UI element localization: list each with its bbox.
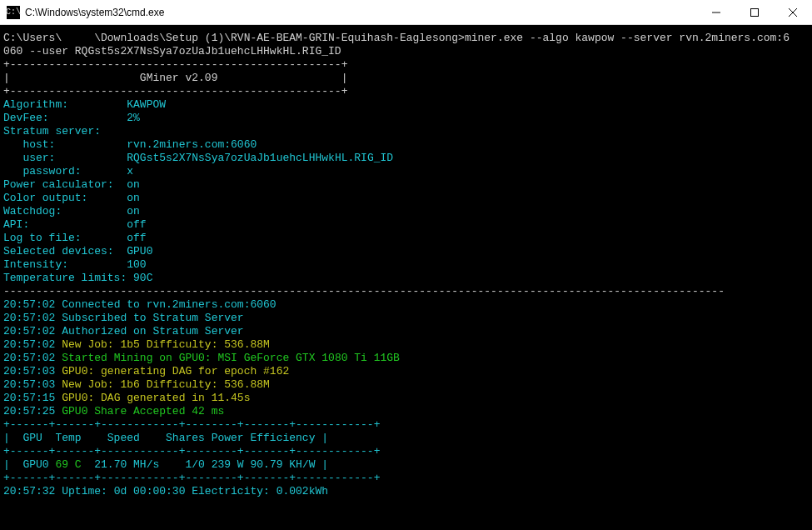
banner-border: +---------------------------------------… <box>3 85 347 98</box>
stats-row-pre: | GPU0 <box>3 458 55 471</box>
log-timestamp: 20:57:02 <box>3 325 55 338</box>
config-devfee-label: DevFee: <box>3 112 127 124</box>
config-watchdog-label: Watchdog: <box>3 205 127 218</box>
window-titlebar: C:\ C:\Windows\system32\cmd.exe <box>0 0 812 25</box>
config-color-value: on <box>127 192 140 204</box>
config-api-label: API: <box>3 218 127 231</box>
config-api-value: off <box>127 218 146 231</box>
config-log-label: Log to file: <box>3 232 127 244</box>
config-user-value: RQGst5s2X7NsSya7ozUaJb1uehcLHHwkHL.RIG_I… <box>127 152 393 164</box>
minimize-button[interactable] <box>697 0 735 24</box>
config-devfee-value: 2% <box>127 112 140 124</box>
config-password-label: password: <box>3 165 127 178</box>
status-msg: Uptime: 0d 00:00:30 Electricity: 0.002kW… <box>55 485 328 498</box>
log-timestamp: 20:57:02 <box>3 338 55 351</box>
status-ts: 20:57:32 <box>3 485 55 498</box>
log-message: New Job: 1b5 Difficulty: 536.88M <box>55 338 269 351</box>
stats-row-post: 21.70 MH/s 1/0 239 W 90.79 KH/W | <box>82 458 328 471</box>
banner-title: | GMiner v2.09 | <box>3 72 347 84</box>
maximize-button[interactable] <box>735 0 774 24</box>
log-timestamp: 20:57:15 <box>3 392 55 404</box>
config-host-value: rvn.2miners.com:6060 <box>127 138 257 151</box>
config-temp-value: 90C <box>127 272 152 284</box>
log-timestamp: 20:57:02 <box>3 312 55 324</box>
log-timestamp: 20:57:03 <box>3 365 55 378</box>
window-controls <box>697 0 812 24</box>
config-powercalc-value: on <box>127 178 140 191</box>
log-message: GPU0 Share Accepted 42 ms <box>55 405 224 418</box>
config-user-label: user: <box>3 152 127 164</box>
log-timestamp: 20:57:02 <box>3 298 55 311</box>
log-lines: 20:57:02 Connected to rvn.2miners.com:60… <box>3 298 812 418</box>
config-powercalc-label: Power calculator: <box>3 178 127 191</box>
close-button[interactable] <box>774 0 812 24</box>
config-stratum-label: Stratum server: <box>3 125 101 138</box>
config-intensity-label: Intensity: <box>3 258 127 271</box>
config-color-label: Color output: <box>3 192 127 204</box>
config-devices-label: Selected devices: <box>3 245 127 258</box>
stats-header: | GPU Temp Speed Shares Power Efficiency… <box>3 432 328 444</box>
config-intensity-value: 100 <box>127 258 146 271</box>
banner-border: +---------------------------------------… <box>3 58 347 71</box>
config-log-value: off <box>127 232 146 244</box>
window-title: C:\Windows\system32\cmd.exe <box>25 7 697 18</box>
stats-row-temp: 69 C <box>55 458 81 471</box>
log-message: GPU0: DAG generated in 11.45s <box>55 392 250 404</box>
log-message: Started Mining on GPU0: MSI GeForce GTX … <box>55 352 399 364</box>
command-text: miner.exe --algo kawpow --server rvn.2mi… <box>465 32 790 44</box>
cmd-icon: C:\ <box>7 6 20 19</box>
log-timestamp: 20:57:25 <box>3 405 55 418</box>
config-algorithm-label: Algorithm: <box>3 98 127 111</box>
config-watchdog-value: on <box>127 205 140 218</box>
config-host-label: host: <box>3 138 127 151</box>
command-text-2: 060 --user RQGst5s2X7NsSya7ozUaJb1uehcLH… <box>3 45 341 58</box>
terminal-output[interactable]: C:\Users\ \Downloads\Setup (1)\RVN-AE-BE… <box>0 25 812 530</box>
log-message: GPU0: generating DAG for epoch #162 <box>55 365 289 378</box>
stats-border: +------+------+------------+--------+---… <box>3 472 380 484</box>
config-temp-label: Temperature limits: <box>3 272 127 284</box>
log-timestamp: 20:57:03 <box>3 378 55 391</box>
log-message: Subscribed to Stratum Server <box>55 312 243 324</box>
prompt-path: C:\Users\ \Downloads\Setup (1)\RVN-AE-BE… <box>3 32 465 44</box>
stats-border: +------+------+------------+--------+---… <box>3 418 380 431</box>
config-devices-value: GPU0 <box>127 245 152 258</box>
stats-border: +------+------+------------+--------+---… <box>3 445 380 458</box>
log-message: New Job: 1b6 Difficulty: 536.88M <box>55 378 269 391</box>
log-message: Authorized on Stratum Server <box>55 325 243 338</box>
log-timestamp: 20:57:02 <box>3 352 55 364</box>
config-password-value: x <box>127 165 133 178</box>
divider-line: ----------------------------------------… <box>3 285 725 298</box>
log-message: Connected to rvn.2miners.com:6060 <box>55 298 276 311</box>
svg-rect-1 <box>751 8 759 16</box>
config-algorithm-value: KAWPOW <box>127 98 166 111</box>
